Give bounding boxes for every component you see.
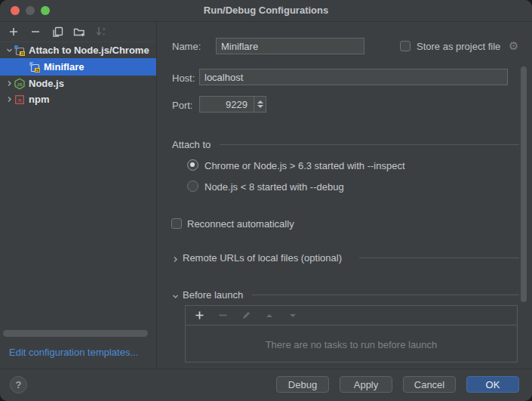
svg-text:z: z [103, 32, 105, 36]
vertical-scrollbar[interactable] [521, 66, 527, 302]
move-down-icon [287, 310, 299, 322]
svg-text:JS: JS [17, 82, 22, 86]
name-input[interactable] [216, 38, 364, 54]
chevron-down-icon[interactable] [5, 47, 14, 54]
tree-item-label: Miniflare [44, 61, 84, 72]
section-separator [252, 295, 519, 295]
port-spinner[interactable]: 9229 [199, 96, 266, 113]
tree-item-label: npm [29, 94, 49, 105]
new-folder-icon[interactable] [73, 26, 85, 38]
task-list-toolbar [186, 306, 517, 325]
dialog-title: Run/Debug Configurations [0, 5, 532, 16]
debug-button[interactable]: Debug [276, 376, 329, 393]
add-icon[interactable] [8, 26, 20, 38]
chevron-right-icon[interactable] [171, 254, 180, 264]
stepper-down-icon[interactable] [257, 105, 263, 108]
reconnect-automatically-label[interactable]: Reconnect automatically [187, 218, 294, 230]
port-stepper-buttons[interactable] [254, 97, 266, 112]
store-as-project-file-checkbox[interactable] [400, 41, 411, 51]
edit-icon [240, 310, 252, 322]
attach-to-section-label: Attach to [172, 139, 211, 150]
title-bar: Run/Debug Configurations [0, 0, 532, 22]
cancel-button[interactable]: Cancel [403, 376, 456, 393]
name-label: Name: [172, 41, 201, 52]
horizontal-scrollbar[interactable] [3, 330, 148, 337]
dialog-footer: ? Debug Apply Cancel OK [0, 369, 532, 401]
tree-item-npm[interactable]: n npm [0, 91, 156, 107]
footer-buttons: Debug Apply Cancel OK [276, 376, 519, 393]
tree-item-attach-node-chrome[interactable]: JS Attach to Node.js/Chrome [0, 42, 156, 58]
tree-item-nodejs[interactable]: JS Node.js [0, 76, 156, 91]
chevron-right-icon[interactable] [5, 96, 14, 103]
port-value[interactable]: 9229 [200, 97, 254, 112]
no-tasks-message: There are no tasks to run before launch [186, 339, 517, 350]
svg-text:JS: JS [20, 51, 25, 55]
apply-button[interactable]: Apply [340, 376, 392, 393]
before-launch-task-list: There are no tasks to run before launch [185, 305, 518, 362]
radio-chrome-inspect-label[interactable]: Chrome or Node.js > 6.3 started with --i… [204, 160, 405, 171]
attach-config-icon: JS [14, 45, 26, 57]
copy-icon[interactable] [51, 26, 63, 38]
chevron-down-icon[interactable] [171, 291, 180, 301]
gear-icon[interactable]: ⚙ [509, 40, 518, 51]
svg-text:JS: JS [35, 68, 40, 72]
chevron-right-icon[interactable] [5, 80, 14, 87]
radio-node-debug-label[interactable]: Node.js < 8 started with --debug [204, 181, 344, 193]
attach-config-icon: JS [29, 61, 41, 73]
svg-text:n: n [18, 97, 22, 103]
configurations-sidebar: az JS Attach to Node.js/Chrome JS Minifl… [0, 22, 157, 369]
nodejs-icon: JS [14, 78, 26, 90]
section-separator [220, 144, 519, 145]
configuration-form: Name: Store as project file ⚙ Host: Port… [157, 22, 532, 369]
npm-icon: n [14, 94, 26, 106]
port-label: Port: [172, 100, 192, 111]
host-input[interactable] [199, 69, 508, 85]
add-icon[interactable] [193, 310, 205, 322]
host-label: Host: [172, 72, 195, 84]
stepper-up-icon[interactable] [257, 100, 263, 103]
sort-icon: az [95, 26, 107, 38]
run-debug-configurations-dialog: Run/Debug Configurations az [0, 0, 532, 401]
help-icon[interactable]: ? [10, 376, 27, 393]
remove-icon[interactable] [29, 26, 42, 38]
store-as-project-file-label: Store as project file [417, 41, 500, 52]
configurations-tree: JS Attach to Node.js/Chrome JS Miniflare… [0, 42, 156, 107]
move-up-icon [263, 310, 275, 322]
svg-text:a: a [103, 26, 106, 31]
ok-button[interactable]: OK [466, 376, 519, 393]
edit-configuration-templates-link[interactable]: Edit configuration templates... [9, 347, 138, 358]
radio-node-debug[interactable] [187, 180, 198, 192]
remove-icon [217, 310, 229, 322]
section-separator [359, 258, 519, 258]
tree-item-miniflare-selected[interactable]: JS Miniflare [0, 58, 156, 76]
tree-item-label: Node.js [29, 78, 64, 89]
tree-item-label: Attach to Node.js/Chrome [29, 45, 149, 56]
radio-chrome-inspect[interactable] [187, 159, 198, 171]
remote-urls-section-label[interactable]: Remote URLs of local files (optional) [183, 252, 342, 264]
reconnect-automatically-checkbox[interactable] [171, 218, 182, 229]
sidebar-toolbar: az [0, 22, 156, 42]
before-launch-section-label[interactable]: Before launch [183, 289, 243, 301]
